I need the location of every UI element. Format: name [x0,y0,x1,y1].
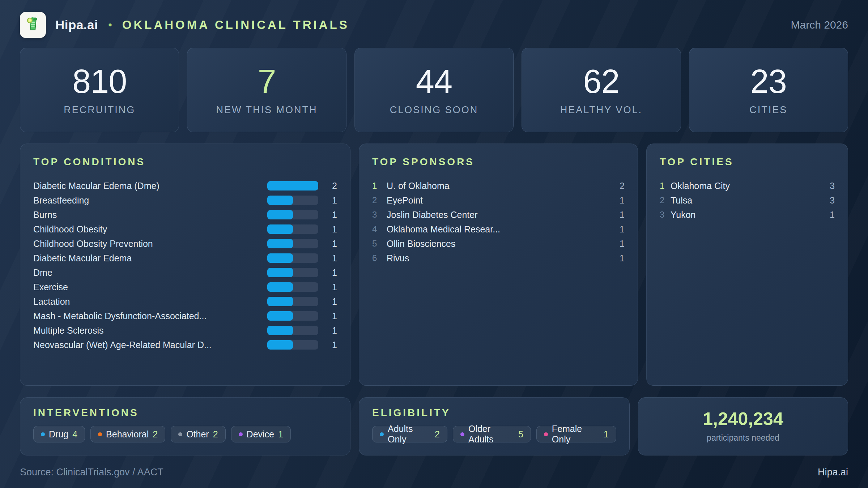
chip-color-dot-icon [544,432,548,436]
sponsor-rank: 3 [372,210,387,220]
condition-bar-track [267,181,318,191]
stat-card-recruiting: 810 RECRUITING [20,48,179,132]
condition-label: Mash - Metabolic Dysfunction-Associated.… [33,311,267,321]
interventions-chips: Drug 4 Behavioral 2 Other 2 Device 1 [33,426,337,442]
chip-count: 5 [518,429,523,440]
sponsor-name: U. of Oklahoma [387,181,609,191]
chip-device: Device 1 [231,426,291,442]
sponsor-rank: 5 [372,239,387,249]
condition-bar-fill [267,253,293,263]
condition-bar-fill [267,311,293,321]
panel-title: INTERVENTIONS [33,407,337,419]
chip-female-only: Female Only 1 [536,426,616,442]
chip-label: Other [186,429,209,440]
footer-brand: Hipa.ai [818,467,848,478]
chip-label: Older Adults [468,424,514,445]
chip-count: 4 [72,429,77,440]
chip-color-dot-icon [41,432,45,436]
stat-value: 7 [258,65,276,98]
app-logo [20,12,46,38]
condition-bar-track [267,326,318,335]
chip-behavioral: Behavioral 2 [90,426,165,442]
sponsor-rank: 6 [372,253,387,263]
city-row: 2 Tulsa 3 [660,193,835,207]
mojito-drink-icon [25,16,41,34]
stat-label: HEALTHY VOL. [560,104,642,116]
chip-adults-only: Adults Only 2 [372,426,447,442]
condition-bar-fill [267,326,293,335]
condition-bar-track [267,311,318,321]
condition-label: Exercise [33,282,267,292]
condition-bar-track [267,268,318,277]
sponsor-row: 1 U. of Oklahoma 2 [372,179,625,193]
chip-count: 2 [435,429,440,440]
condition-row: Breastfeeding 1 [33,193,337,207]
condition-label: Childhood Obesity [33,224,267,235]
sponsor-row: 4 Oklahoma Medical Resear... 1 [372,222,625,236]
condition-row: Childhood Obesity Prevention 1 [33,236,337,251]
condition-count: 1 [318,311,337,321]
sponsor-row: 3 Joslin Diabetes Center 1 [372,207,625,222]
condition-bar-fill [267,282,293,292]
stats-row: 810 RECRUITING 7 NEW THIS MONTH 44 CLOSI… [20,48,848,132]
condition-bar-track [267,253,318,263]
header: Hipa.ai • OKLAHOMA CLINICAL TRIALS March… [20,11,848,39]
sponsor-name: Joslin Diabetes Center [387,210,609,220]
condition-bar-track [267,196,318,205]
top-cities-panel: TOP CITIES 1 Oklahoma City 3 2 Tulsa 3 3… [646,144,848,386]
stat-card-new-this-month: 7 NEW THIS MONTH [187,48,346,132]
chip-color-dot-icon [178,432,182,436]
city-name: Tulsa [671,195,819,206]
chip-label: Female Only [552,424,600,445]
participants-label: participants needed [707,433,779,443]
city-rank: 2 [660,195,671,205]
condition-label: Childhood Obesity Prevention [33,239,267,249]
condition-count: 1 [318,253,337,264]
sponsor-count: 1 [609,210,625,220]
condition-count: 1 [318,195,337,206]
stat-label: RECRUITING [64,104,135,116]
stat-card-closing-soon: 44 CLOSING SOON [354,48,514,132]
condition-bar-track [267,282,318,292]
condition-label: Burns [33,210,267,220]
page-title: OKLAHOMA CLINICAL TRIALS [122,18,349,32]
condition-count: 1 [318,282,337,292]
condition-bar-fill [267,297,293,306]
header-brand-group: Hipa.ai • OKLAHOMA CLINICAL TRIALS [20,12,349,38]
stat-value: 23 [750,65,787,98]
top-sponsors-panel: TOP SPONSORS 1 U. of Oklahoma 2 2 EyePoi… [359,144,638,386]
chip-count: 1 [278,429,283,440]
separator-dot-icon: • [108,19,112,31]
condition-bar-fill [267,239,293,248]
condition-row: Exercise 1 [33,280,337,294]
top-conditions-panel: TOP CONDITIONS Diabetic Macular Edema (D… [20,144,350,386]
chip-color-dot-icon [380,432,384,436]
dashboard: Hipa.ai • OKLAHOMA CLINICAL TRIALS March… [0,0,868,488]
condition-bar-track [267,340,318,350]
condition-bar-fill [267,224,293,234]
panel-title: ELIGIBILITY [372,407,616,419]
panel-title: TOP CITIES [660,156,835,168]
report-date: March 2026 [791,19,848,31]
sponsor-count: 1 [609,253,625,264]
city-name: Oklahoma City [671,181,819,191]
sponsor-count: 2 [609,181,625,191]
stat-value: 810 [72,65,127,98]
condition-bar-track [267,224,318,234]
condition-count: 1 [318,267,337,278]
city-count: 3 [819,181,835,191]
sponsor-row: 2 EyePoint 1 [372,193,625,207]
condition-label: Diabetic Macular Edema [33,253,267,264]
condition-label: Neovascular (Wet) Age-Related Macular D.… [33,340,267,350]
panel-title: TOP SPONSORS [372,156,625,168]
condition-count: 1 [318,340,337,350]
source-credit: Source: ClinicalTrials.gov / AACT [20,467,163,478]
stat-card-healthy-vol: 62 HEALTHY VOL. [522,48,681,132]
condition-bar-fill [267,196,293,205]
chip-color-dot-icon [98,432,102,436]
stat-card-cities: 23 CITIES [689,48,848,132]
condition-count: 2 [318,181,337,191]
condition-row: Multiple Sclerosis 1 [33,323,337,338]
stat-label: CITIES [749,104,787,116]
participants-value: 1,240,234 [703,410,783,428]
